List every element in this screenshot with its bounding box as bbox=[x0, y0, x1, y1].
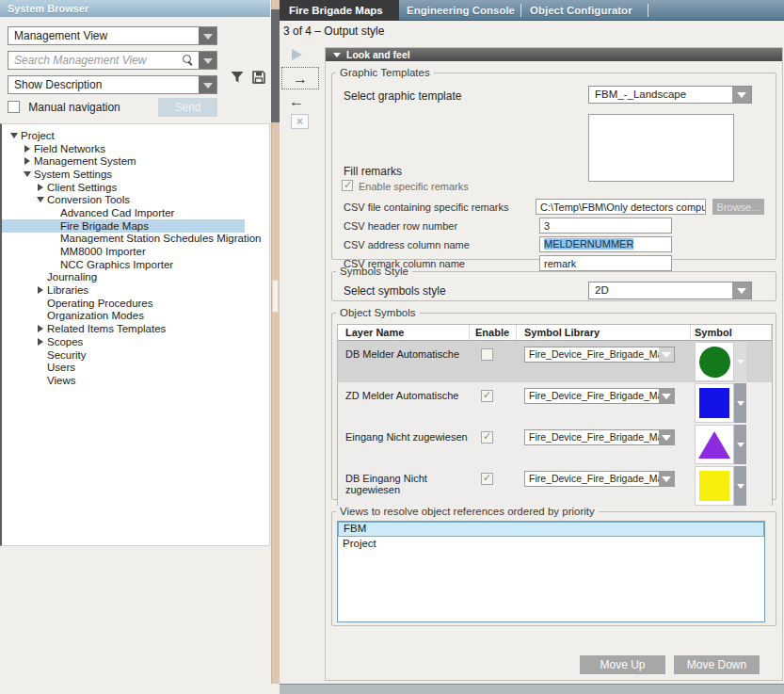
tree-item-project[interactable]: Project bbox=[2, 129, 269, 142]
tree-item-organization-modes[interactable]: Organization Modes bbox=[2, 310, 269, 323]
expand-icon[interactable] bbox=[23, 156, 34, 166]
column-header-enable[interactable]: Enable bbox=[470, 325, 517, 340]
chevron-down-icon[interactable] bbox=[734, 342, 746, 381]
column-header-layer-name[interactable]: Layer Name bbox=[338, 325, 470, 340]
chevron-down-icon[interactable] bbox=[199, 27, 216, 44]
symbol-picker[interactable] bbox=[695, 425, 746, 464]
send-button[interactable]: Send bbox=[158, 98, 217, 117]
enable-checkbox[interactable] bbox=[481, 390, 493, 402]
tree-item-views[interactable]: Views bbox=[2, 374, 269, 387]
search-combo[interactable] bbox=[8, 51, 217, 70]
table-row[interactable]: DB Melder Automatische Fire_Device_Fire_… bbox=[338, 341, 772, 382]
select-template-label: Select graphic template bbox=[344, 89, 461, 103]
tree-item-mm8000-importer[interactable]: MM8000 Importer bbox=[2, 245, 269, 258]
chevron-down-icon[interactable] bbox=[199, 52, 216, 69]
collapse-icon[interactable] bbox=[36, 195, 47, 204]
tab-engineering-console[interactable]: Engineering Console bbox=[407, 0, 515, 21]
collapse-icon[interactable] bbox=[23, 169, 34, 179]
chevron-down-icon[interactable] bbox=[659, 472, 674, 486]
search-input[interactable] bbox=[8, 52, 180, 69]
scrollbar-thumb[interactable] bbox=[272, 280, 279, 313]
tree-item-management-system[interactable]: Management System bbox=[2, 154, 269, 168]
expand-icon[interactable] bbox=[36, 183, 47, 192]
save-icon[interactable] bbox=[251, 70, 266, 85]
expand-icon[interactable] bbox=[36, 337, 47, 347]
close-icon[interactable]: × bbox=[291, 114, 309, 129]
leaf-spacer bbox=[49, 247, 60, 256]
tab-fire-brigade-maps[interactable]: Fire Brigade Maps bbox=[280, 0, 399, 21]
graphic-template-combo[interactable]: FBM_-_Landscape bbox=[588, 86, 752, 104]
symbol-library-dropdown[interactable]: Fire_Device_Fire_Brigade_Maps_HQ_1 bbox=[524, 429, 675, 445]
system-browser-tree[interactable]: Project Field Networks Management System… bbox=[0, 123, 270, 546]
collapse-icon[interactable] bbox=[9, 131, 21, 140]
tab-object-configurator[interactable]: Object Configurator bbox=[530, 0, 632, 21]
show-description-combo[interactable]: Show Description bbox=[8, 75, 217, 94]
column-header-symbol[interactable]: Symbol bbox=[691, 325, 772, 340]
chevron-down-icon[interactable] bbox=[659, 347, 674, 362]
symbol-library-dropdown[interactable]: Fire_Device_Fire_Brigade_Maps_HQ_1 bbox=[524, 471, 675, 487]
tree-item-security[interactable]: Security bbox=[2, 348, 269, 362]
move-up-button[interactable]: Move Up bbox=[580, 655, 665, 674]
list-item-project[interactable]: Project bbox=[338, 537, 764, 552]
filter-icon[interactable] bbox=[230, 70, 245, 85]
views-listbox[interactable]: FBM Project bbox=[337, 521, 765, 622]
tree-item-users[interactable]: Users bbox=[2, 361, 269, 374]
tree-item-management-station-schedules-migration[interactable]: Management Station Schedules Migration bbox=[2, 233, 269, 246]
tree-item-advanced-cad-importer[interactable]: Advanced Cad Importer bbox=[2, 206, 269, 219]
expand-icon[interactable] bbox=[36, 324, 47, 333]
expand-icon[interactable] bbox=[23, 144, 34, 153]
enable-checkbox[interactable] bbox=[481, 431, 493, 444]
csv-address-input[interactable]: MELDERNUMMER bbox=[539, 236, 672, 252]
tree-item-journaling[interactable]: Journaling bbox=[2, 271, 269, 284]
symbol-picker[interactable] bbox=[695, 342, 746, 381]
symbol-library-dropdown[interactable]: Fire_Device_Fire_Brigade_Maps_HQ_1 bbox=[524, 347, 675, 363]
chevron-down-icon[interactable] bbox=[732, 87, 751, 103]
tree-item-related-items-templates[interactable]: Related Items Templates bbox=[2, 322, 269, 335]
chevron-down-icon[interactable] bbox=[732, 282, 751, 299]
play-icon[interactable] bbox=[292, 49, 302, 60]
tree-item-operating-procedures[interactable]: Operating Procedures bbox=[2, 297, 269, 310]
csv-file-input[interactable] bbox=[536, 199, 706, 215]
csv-file-label: CSV file containing specific remarks bbox=[344, 202, 508, 213]
tree-item-field-networks[interactable]: Field Networks bbox=[2, 142, 269, 155]
table-row[interactable]: DB Eingang Nicht zugewiesen Fire_Device_… bbox=[338, 465, 772, 507]
manual-navigation-checkbox[interactable] bbox=[8, 101, 20, 113]
chevron-down-icon[interactable] bbox=[734, 425, 746, 464]
chevron-down-icon[interactable] bbox=[659, 389, 674, 403]
enable-specific-remarks-checkbox[interactable] bbox=[342, 180, 353, 191]
tree-item-scopes[interactable]: Scopes bbox=[2, 335, 269, 348]
chevron-down-icon[interactable] bbox=[199, 76, 216, 93]
tree-item-conversion-tools[interactable]: Conversion Tools bbox=[2, 193, 269, 206]
tree-item-ncc-graphics-importer[interactable]: NCC Graphics Importer bbox=[2, 258, 269, 271]
chevron-down-icon[interactable] bbox=[659, 430, 674, 444]
tree-item-client-settings[interactable]: Client Settings bbox=[2, 181, 269, 194]
tree-item-fire-brigade-maps[interactable]: Fire Brigade Maps bbox=[2, 219, 245, 233]
forward-arrow-icon[interactable]: → bbox=[281, 67, 319, 89]
symbol-picker[interactable] bbox=[695, 466, 746, 506]
management-view-combo[interactable]: Management View bbox=[8, 26, 217, 45]
table-row[interactable]: ZD Melder Automatische Fire_Device_Fire_… bbox=[338, 382, 772, 424]
tree-item-system-settings[interactable]: System Settings bbox=[2, 168, 269, 181]
move-down-button[interactable]: Move Down bbox=[674, 655, 760, 674]
layer-name-cell: DB Melder Automatische bbox=[338, 341, 470, 360]
tree-item-libraries[interactable]: Libraries bbox=[2, 283, 269, 297]
symbol-picker[interactable] bbox=[695, 383, 746, 423]
csv-header-row-input[interactable] bbox=[539, 218, 672, 234]
list-item-fbm[interactable]: FBM bbox=[338, 522, 764, 537]
column-header-symbol-library[interactable]: Symbol Library bbox=[517, 325, 691, 340]
table-row[interactable]: Eingang Nicht zugewiesen Fire_Device_Fir… bbox=[338, 424, 772, 465]
enable-checkbox[interactable] bbox=[481, 473, 493, 485]
chevron-down-icon[interactable] bbox=[734, 383, 746, 423]
expand-icon[interactable] bbox=[36, 285, 47, 295]
browser-controls: Management View Show Description Manual … bbox=[0, 17, 270, 121]
chevron-down-icon[interactable] bbox=[734, 466, 746, 506]
fill-remarks-textarea[interactable] bbox=[588, 114, 734, 182]
enable-checkbox[interactable] bbox=[481, 348, 493, 361]
graphic-template-value: FBM_-_Landscape bbox=[589, 87, 751, 103]
browse-button[interactable]: Browse... bbox=[712, 199, 764, 215]
symbol-library-dropdown[interactable]: Fire_Device_Fire_Brigade_Maps_HQ_1 bbox=[524, 388, 675, 404]
symbols-style-combo[interactable]: 2D bbox=[588, 282, 752, 299]
section-header-look-and-feel[interactable]: Look and feel bbox=[326, 48, 782, 61]
object-symbols-group: Object Symbols Layer Name Enable Symbol … bbox=[331, 307, 776, 500]
back-arrow-icon[interactable]: ← bbox=[289, 94, 304, 109]
